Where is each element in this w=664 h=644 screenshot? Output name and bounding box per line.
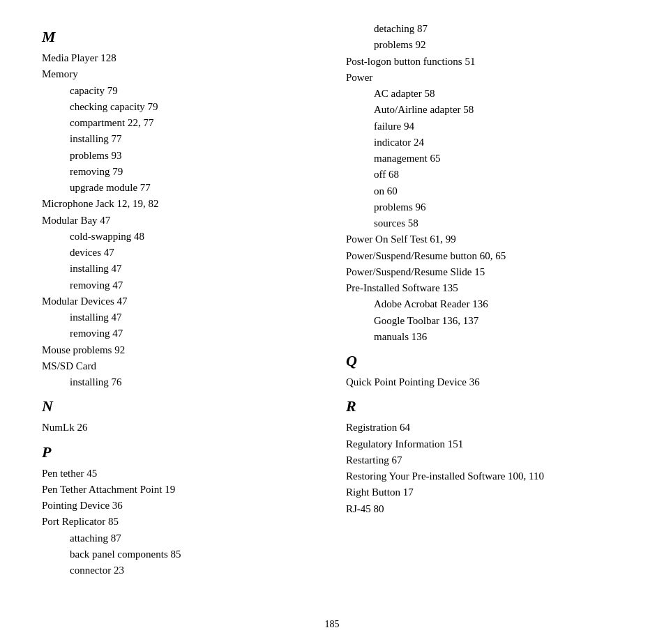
index-entry: installing 47 — [70, 261, 318, 277]
index-entry: problems 96 — [374, 199, 622, 215]
index-entry: attaching 87 — [70, 530, 318, 546]
index-entry: management 65 — [374, 151, 622, 167]
index-entry: Adobe Acrobat Reader 136 — [374, 296, 622, 312]
index-entry: Modular Bay 47 — [42, 213, 318, 229]
section-letter-n: N — [42, 397, 318, 415]
index-entry: problems 92 — [374, 37, 622, 53]
index-entry: capacity 79 — [70, 83, 318, 99]
section-letter-q: Q — [346, 352, 622, 370]
index-entry: devices 47 — [70, 245, 318, 261]
index-entry: connector 23 — [70, 562, 318, 578]
index-entry: Pre-Installed Software 135 — [346, 280, 622, 296]
index-entry: Registration 64 — [346, 420, 622, 436]
index-entry: cold-swapping 48 — [70, 229, 318, 245]
index-entry: RJ-45 80 — [346, 501, 622, 517]
index-entry: Google Toolbar 136, 137 — [374, 313, 622, 329]
index-entry: Restarting 67 — [346, 452, 622, 468]
index-entry: Right Button 17 — [346, 484, 622, 500]
index-entry: Auto/Airline adapter 58 — [374, 102, 622, 118]
index-entry: sources 58 — [374, 215, 622, 231]
index-entry: Pen Tether Attachment Point 19 — [42, 482, 318, 498]
index-entry: installing 47 — [70, 309, 318, 325]
index-entry: Power — [346, 70, 622, 86]
index-entry: Power/Suspend/Resume Slide 15 — [346, 264, 622, 280]
index-entry: Microphone Jack 12, 19, 82 — [42, 196, 318, 212]
index-entry: removing 47 — [70, 325, 318, 342]
index-entry: Post-logon button functions 51 — [346, 54, 622, 70]
index-entry: removing 79 — [70, 164, 318, 180]
index-entry: manuals 136 — [374, 329, 622, 345]
index-entry: AC adapter 58 — [374, 86, 622, 102]
left-column: MMedia Player 128Memorycapacity 79checki… — [42, 21, 318, 578]
index-entry: detaching 87 — [374, 21, 622, 37]
index-entry: Pen tether 45 — [42, 466, 318, 482]
index-entry: Power On Self Test 61, 99 — [346, 231, 622, 247]
index-entry: Pointing Device 36 — [42, 498, 318, 514]
index-entry: Media Player 128 — [42, 50, 318, 66]
index-entry: back panel components 85 — [70, 546, 318, 562]
index-entry: checking capacity 79 — [70, 99, 318, 115]
page-number: 185 — [325, 619, 340, 630]
index-entry: Mouse problems 92 — [42, 342, 318, 358]
index-entry: Quick Point Pointing Device 36 — [346, 374, 622, 390]
section-letter-m: M — [42, 28, 318, 46]
index-entry: Port Replicator 85 — [42, 514, 318, 530]
index-entry: off 68 — [374, 167, 622, 183]
two-column-layout: MMedia Player 128Memorycapacity 79checki… — [42, 21, 622, 578]
index-entry: Regulatory Information 151 — [346, 436, 622, 452]
index-entry: failure 94 — [374, 118, 622, 135]
section-letter-p: P — [42, 443, 318, 461]
index-entry: Power/Suspend/Resume button 60, 65 — [346, 248, 622, 264]
right-column: detaching 87problems 92Post-logon button… — [346, 21, 622, 578]
index-entry: NumLk 26 — [42, 420, 318, 436]
index-entry: installing 77 — [70, 131, 318, 147]
index-entry: removing 47 — [70, 277, 318, 293]
index-entry: upgrade module 77 — [70, 180, 318, 196]
index-entry: Modular Devices 47 — [42, 293, 318, 309]
section-letter-r: R — [346, 397, 622, 415]
index-entry: compartment 22, 77 — [70, 115, 318, 131]
index-entry: MS/SD Card — [42, 358, 318, 374]
index-entry: Restoring Your Pre-installed Software 10… — [346, 468, 622, 484]
index-entry: problems 93 — [70, 148, 318, 164]
page-container: MMedia Player 128Memorycapacity 79checki… — [0, 0, 664, 644]
index-entry: Memory — [42, 66, 318, 82]
index-entry: installing 76 — [70, 374, 318, 390]
index-entry: indicator 24 — [374, 135, 622, 151]
index-entry: on 60 — [374, 183, 622, 199]
